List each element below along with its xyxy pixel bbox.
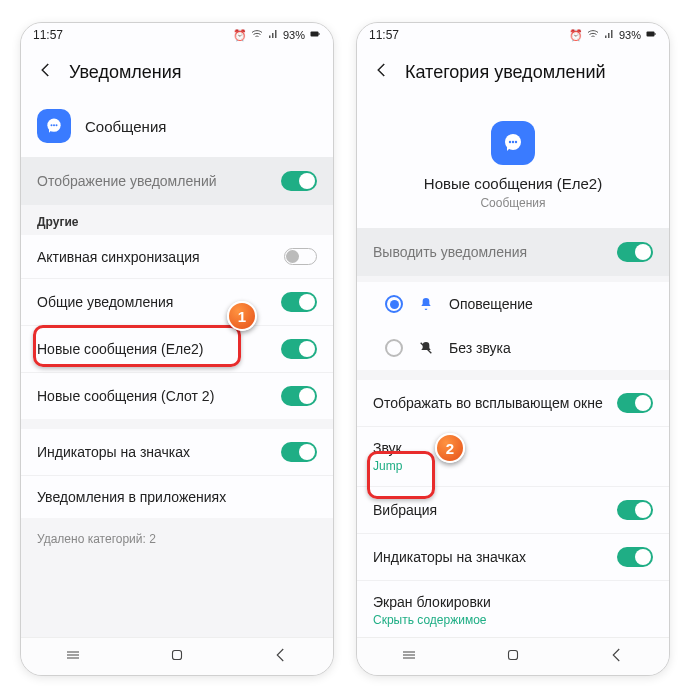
signal-icon <box>603 28 615 42</box>
radio-silent[interactable]: Без звука <box>357 326 669 370</box>
back-icon[interactable] <box>373 61 391 83</box>
row-label: Индикаторы на значках <box>373 549 617 565</box>
row-label: Уведомления в приложениях <box>37 489 317 505</box>
nav-bar <box>21 637 333 675</box>
page-title: Уведомления <box>69 62 182 83</box>
nav-recent-icon[interactable] <box>400 646 418 668</box>
back-icon[interactable] <box>37 61 55 83</box>
battery-icon <box>645 28 657 42</box>
show-notifications-label: Отображение уведомлений <box>37 173 217 189</box>
toggle-slot2[interactable] <box>281 386 317 406</box>
row-new-messages-slot2[interactable]: Новые сообщения (Слот 2) <box>21 373 333 419</box>
radio-unselected-icon <box>385 339 403 357</box>
alarm-icon: ⏰ <box>233 29 247 42</box>
section-other: Другие <box>21 205 333 235</box>
status-right: ⏰ 93% <box>569 28 657 42</box>
row-sound[interactable]: Звук Jump <box>357 427 669 487</box>
radio-alert[interactable]: Оповещение <box>357 282 669 326</box>
row-label: Отображать во всплывающем окне <box>373 395 617 411</box>
titlebar: Категория уведомлений <box>357 47 669 99</box>
row-inapp[interactable]: Уведомления в приложениях <box>21 476 333 518</box>
svg-rect-7 <box>647 32 655 37</box>
row-label: Экран блокировки <box>373 594 491 610</box>
svg-rect-8 <box>655 33 656 35</box>
nav-home-icon[interactable] <box>504 646 522 668</box>
row-badges[interactable]: Индикаторы на значках <box>21 429 333 476</box>
toggle-vibration[interactable] <box>617 500 653 520</box>
spacer <box>357 370 669 380</box>
row-label: Новые сообщения (Слот 2) <box>37 388 281 404</box>
status-time: 11:57 <box>33 28 63 42</box>
row-sub: Jump <box>373 459 402 473</box>
category-sub: Сообщения <box>369 196 657 210</box>
phone-right: 11:57 ⏰ 93% Категория уведомлений Новые … <box>356 22 670 676</box>
svg-rect-14 <box>509 650 518 659</box>
toggle-ele2[interactable] <box>281 339 317 359</box>
emit-toggle[interactable] <box>617 242 653 262</box>
bell-icon <box>417 296 435 312</box>
content: Сообщения Отображение уведомлений Другие… <box>21 99 333 637</box>
radio-silent-label: Без звука <box>449 340 511 356</box>
nav-back-icon[interactable] <box>608 646 626 668</box>
status-right: ⏰ 93% <box>233 28 321 42</box>
radio-alert-label: Оповещение <box>449 296 533 312</box>
category-header: Новые сообщения (Еле2) Сообщения <box>357 99 669 228</box>
svg-rect-6 <box>173 650 182 659</box>
titlebar: Уведомления <box>21 47 333 99</box>
row-label: Звук <box>373 440 402 456</box>
show-notifications-row[interactable]: Отображение уведомлений <box>21 157 333 205</box>
battery-text: 93% <box>283 29 305 41</box>
app-row: Сообщения <box>21 99 333 157</box>
bell-off-icon <box>417 340 435 356</box>
battery-icon <box>309 28 321 42</box>
row-label: Индикаторы на значках <box>37 444 281 460</box>
wifi-icon <box>587 28 599 42</box>
alarm-icon: ⏰ <box>569 29 583 42</box>
toggle-badges[interactable] <box>281 442 317 462</box>
status-bar: 11:57 ⏰ 93% <box>21 23 333 47</box>
wifi-icon <box>251 28 263 42</box>
page-title: Категория уведомлений <box>405 62 606 83</box>
emit-notifications-row[interactable]: Выводить уведомления <box>357 228 669 276</box>
toggle-badges[interactable] <box>617 547 653 567</box>
toggle-popup[interactable] <box>617 393 653 413</box>
svg-point-12 <box>515 141 517 143</box>
phone-left: 11:57 ⏰ 93% Уведомления Сообщения <box>20 22 334 676</box>
row-label: Общие уведомления <box>37 294 281 310</box>
svg-point-10 <box>509 141 511 143</box>
svg-rect-1 <box>319 33 320 35</box>
battery-text: 93% <box>619 29 641 41</box>
messages-app-icon <box>37 109 71 143</box>
svg-point-5 <box>56 124 58 126</box>
svg-point-11 <box>512 141 514 143</box>
spacer <box>21 419 333 429</box>
row-label: Вибрация <box>373 502 617 518</box>
svg-rect-0 <box>311 32 319 37</box>
category-name: Новые сообщения (Еле2) <box>369 175 657 192</box>
row-vibration[interactable]: Вибрация <box>357 487 669 534</box>
messages-app-icon <box>491 121 535 165</box>
row-popup[interactable]: Отображать во всплывающем окне <box>357 380 669 427</box>
row-sub: Скрыть содержимое <box>373 613 491 627</box>
nav-home-icon[interactable] <box>168 646 186 668</box>
toggle-general[interactable] <box>281 292 317 312</box>
row-badges[interactable]: Индикаторы на значках <box>357 534 669 581</box>
app-name: Сообщения <box>85 118 166 135</box>
nav-back-icon[interactable] <box>272 646 290 668</box>
radio-selected-icon <box>385 295 403 313</box>
row-new-messages-ele2[interactable]: Новые сообщения (Еле2) <box>21 326 333 373</box>
svg-point-4 <box>53 124 55 126</box>
row-active-sync[interactable]: Активная синхронизация <box>21 235 333 279</box>
show-notifications-toggle[interactable] <box>281 171 317 191</box>
signal-icon <box>267 28 279 42</box>
nav-bar <box>357 637 669 675</box>
toggle-active-sync[interactable] <box>284 248 317 265</box>
status-time: 11:57 <box>369 28 399 42</box>
row-lockscreen[interactable]: Экран блокировки Скрыть содержимое <box>357 581 669 637</box>
row-label: Активная синхронизация <box>37 249 284 265</box>
content: Новые сообщения (Еле2) Сообщения Выводит… <box>357 99 669 637</box>
row-general-notif[interactable]: Общие уведомления <box>21 279 333 326</box>
svg-point-3 <box>51 124 53 126</box>
emit-label: Выводить уведомления <box>373 244 527 260</box>
nav-recent-icon[interactable] <box>64 646 82 668</box>
